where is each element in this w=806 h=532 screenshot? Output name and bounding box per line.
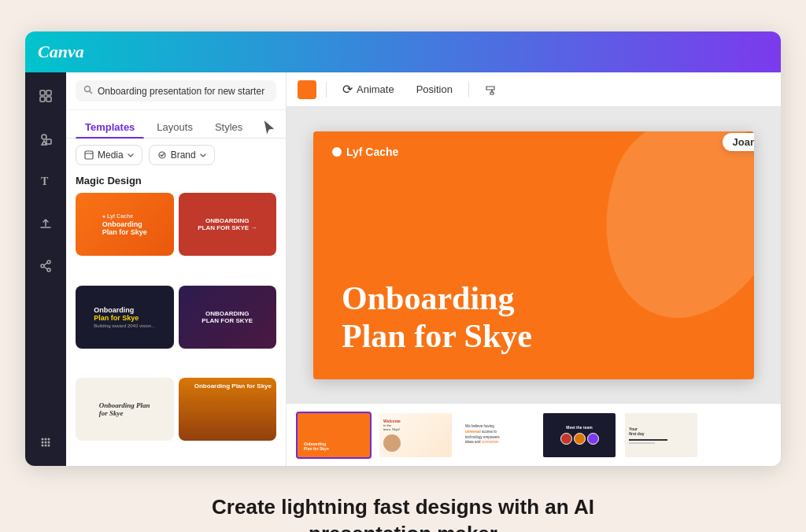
tab-layouts[interactable]: Layouts (147, 116, 202, 138)
search-input-wrap[interactable] (76, 80, 276, 102)
share-icon[interactable] (31, 252, 60, 280)
filmstrip-thumb-1[interactable]: OnboardingPlan for Skye (296, 412, 372, 459)
upload-icon[interactable] (31, 209, 60, 238)
text-icon[interactable]: T (31, 167, 60, 195)
svg-point-9 (41, 264, 44, 268)
svg-point-16 (48, 441, 50, 444)
svg-point-13 (48, 438, 50, 441)
svg-point-17 (42, 445, 44, 447)
tab-styles[interactable]: Styles (205, 116, 252, 138)
search-input[interactable] (98, 86, 268, 97)
template-card-6[interactable]: Onboarding Plan for Skye (179, 378, 277, 441)
joanne-tooltip: Joanne (723, 133, 754, 151)
svg-point-4 (42, 135, 46, 139)
filmstrip-thumb-4[interactable]: Meet the team (542, 412, 617, 459)
media-filter[interactable]: Media (76, 145, 142, 165)
svg-point-11 (42, 438, 44, 441)
layout-icon[interactable] (31, 82, 60, 110)
animate-icon: ⟳ (342, 82, 353, 97)
filmstrip-thumb-5[interactable]: Yourfirst day (623, 412, 699, 459)
filter-row: Media Brand (66, 139, 286, 172)
template-grid: ● Lyf Cache OnboardingPlan for Skye ONBO… (66, 193, 286, 466)
svg-point-12 (45, 438, 47, 441)
elements-icon[interactable] (31, 124, 60, 153)
color-swatch[interactable] (298, 80, 316, 99)
svg-rect-5 (46, 139, 51, 144)
canvas-area: ⟳ Animate Position (287, 72, 781, 466)
tab-templates[interactable]: Templates (76, 116, 144, 138)
toolbar-separator-2 (468, 82, 469, 98)
apps-icon[interactable] (31, 428, 60, 456)
filmstrip-thumb-2[interactable]: Welcome to theteam, Skye! (378, 412, 453, 459)
svg-point-10 (47, 268, 50, 272)
editor-body: T (25, 72, 781, 466)
brand-filter[interactable]: Brand (149, 145, 215, 165)
canva-logo: Canva (38, 42, 84, 62)
svg-point-18 (45, 445, 47, 447)
bottom-section: Create lightning fast designs with an AI… (151, 466, 655, 532)
toolbar-separator-1 (326, 82, 327, 98)
top-bar: Canva (25, 31, 781, 72)
search-bar (66, 72, 286, 110)
paint-roller-icon (485, 83, 497, 96)
template-card-1[interactable]: ● Lyf Cache OnboardingPlan for Skye (76, 193, 174, 256)
svg-point-14 (42, 441, 44, 444)
slide-title: Onboarding Plan for Skye (342, 279, 726, 356)
templates-panel: Templates Layouts Styles (66, 72, 287, 466)
filmstrip-thumb-3[interactable]: We believe having universal access to te… (460, 412, 535, 459)
paint-roller-button[interactable] (479, 80, 504, 99)
magic-design-label: Magic Design (66, 172, 286, 193)
svg-marker-6 (42, 141, 46, 145)
sidebar-icons: T (25, 72, 66, 466)
slide-logo-dot (332, 147, 342, 157)
svg-point-15 (45, 441, 47, 444)
page-container: Canva (9, 16, 797, 532)
svg-rect-23 (490, 92, 494, 94)
search-icon (83, 85, 93, 97)
tabs-row: Templates Layouts Styles (66, 110, 286, 139)
canvas-toolbar: ⟳ Animate Position (287, 72, 781, 107)
position-button[interactable]: Position (410, 80, 459, 98)
app-window: Canva (25, 31, 781, 466)
template-card-2[interactable]: ONBOARDINGPLAN FOR SKYE → (179, 193, 277, 256)
filmstrip: OnboardingPlan for Skye Welcome to thete… (287, 403, 781, 466)
svg-text:T: T (41, 175, 49, 187)
svg-rect-21 (85, 151, 93, 159)
slide-preview[interactable]: Lyf Cache Onboarding Plan for Skye Joann… (313, 131, 754, 379)
svg-rect-0 (40, 91, 45, 95)
template-card-5[interactable]: Onboarding Planfor Skye (76, 378, 174, 441)
slide-logo: Lyf Cache (332, 146, 398, 158)
svg-point-20 (85, 87, 91, 92)
bottom-headline: Create lightning fast designs with an AI… (167, 494, 639, 532)
main-canvas: Lyf Cache Onboarding Plan for Skye Joann… (287, 107, 781, 403)
svg-point-8 (47, 260, 50, 264)
template-card-4[interactable]: ONBOARDINGPLAN FOR SKYE (179, 286, 277, 349)
svg-rect-1 (46, 91, 51, 95)
svg-rect-2 (40, 97, 45, 102)
svg-point-19 (48, 445, 50, 447)
animate-button[interactable]: ⟳ Animate (336, 79, 401, 100)
svg-rect-3 (46, 97, 51, 102)
template-card-3[interactable]: Onboarding Plan for Skye Building toward… (76, 286, 174, 349)
